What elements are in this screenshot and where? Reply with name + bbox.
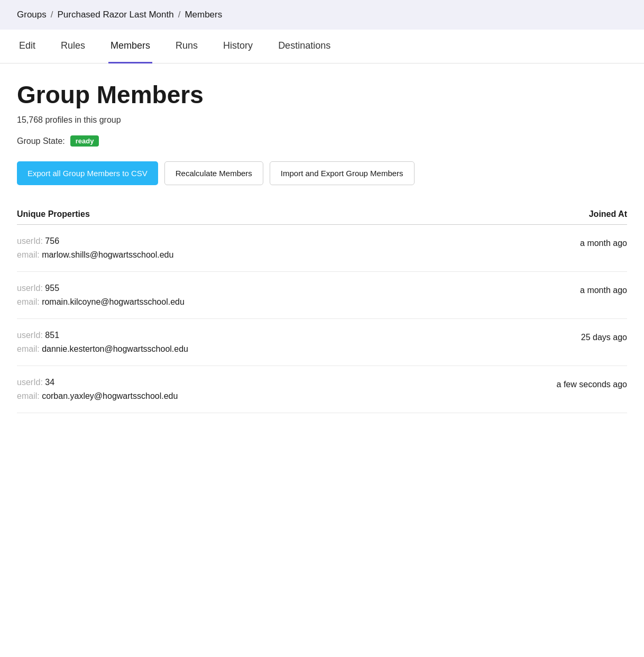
breadcrumb-groups[interactable]: Groups bbox=[17, 10, 47, 20]
member-email-line: email: marlow.shills@hogwartsschool.edu bbox=[17, 250, 173, 260]
group-state-row: Group State: ready bbox=[17, 135, 627, 147]
recalculate-button[interactable]: Recalculate Members bbox=[164, 161, 263, 185]
table-row: userId: 756 email: marlow.shills@hogwart… bbox=[17, 225, 627, 272]
state-badge: ready bbox=[70, 135, 99, 147]
email-label: email: bbox=[17, 391, 42, 400]
tab-members[interactable]: Members bbox=[108, 30, 152, 63]
member-userid-line: userId: 955 bbox=[17, 284, 185, 293]
col-unique-properties: Unique Properties bbox=[17, 209, 90, 219]
page-title: Group Members bbox=[17, 80, 627, 109]
email-label: email: bbox=[17, 297, 42, 306]
joined-at-value: 25 days ago bbox=[521, 331, 627, 342]
tab-destinations[interactable]: Destinations bbox=[276, 30, 333, 63]
col-joined-at: Joined At bbox=[521, 209, 627, 219]
userid-label: userId: bbox=[17, 236, 45, 245]
email-value: romain.kilcoyne@hogwartsschool.edu bbox=[42, 297, 185, 306]
tab-edit[interactable]: Edit bbox=[17, 30, 38, 63]
userid-value: 34 bbox=[45, 378, 54, 387]
action-buttons: Export all Group Members to CSV Recalcul… bbox=[17, 161, 627, 185]
breadcrumb-sep-2: / bbox=[178, 10, 181, 20]
userid-label: userId: bbox=[17, 331, 45, 340]
userid-value: 955 bbox=[45, 284, 59, 293]
table-header: Unique Properties Joined At bbox=[17, 204, 627, 225]
profile-count: 15,768 profiles in this group bbox=[17, 115, 627, 125]
group-state-label: Group State: bbox=[17, 136, 65, 146]
tab-nav: Edit Rules Members Runs History Destinat… bbox=[0, 30, 644, 63]
email-value: marlow.shills@hogwartsschool.edu bbox=[42, 250, 173, 259]
members-list: userId: 756 email: marlow.shills@hogwart… bbox=[17, 225, 627, 413]
userid-label: userId: bbox=[17, 284, 45, 293]
email-label: email: bbox=[17, 250, 42, 259]
breadcrumb-members[interactable]: Members bbox=[185, 10, 222, 20]
email-label: email: bbox=[17, 344, 42, 353]
member-email-line: email: romain.kilcoyne@hogwartsschool.ed… bbox=[17, 297, 185, 307]
breadcrumb-sep-1: / bbox=[51, 10, 53, 20]
joined-at-value: a few seconds ago bbox=[521, 378, 627, 389]
member-userid-line: userId: 851 bbox=[17, 331, 188, 340]
export-csv-button[interactable]: Export all Group Members to CSV bbox=[17, 161, 158, 185]
member-email-line: email: dannie.kesterton@hogwartsschool.e… bbox=[17, 344, 188, 354]
email-value: corban.yaxley@hogwartsschool.edu bbox=[42, 391, 178, 400]
member-properties: userId: 34 email: corban.yaxley@hogwarts… bbox=[17, 378, 178, 401]
joined-at-value: a month ago bbox=[521, 236, 627, 248]
tab-history[interactable]: History bbox=[221, 30, 255, 63]
member-properties: userId: 851 email: dannie.kesterton@hogw… bbox=[17, 331, 188, 354]
table-row: userId: 955 email: romain.kilcoyne@hogwa… bbox=[17, 272, 627, 319]
userid-value: 756 bbox=[45, 236, 59, 245]
member-properties: userId: 756 email: marlow.shills@hogwart… bbox=[17, 236, 173, 260]
userid-label: userId: bbox=[17, 378, 45, 387]
email-value: dannie.kesterton@hogwartsschool.edu bbox=[42, 344, 188, 353]
userid-value: 851 bbox=[45, 331, 59, 340]
table-row: userId: 34 email: corban.yaxley@hogwarts… bbox=[17, 366, 627, 413]
breadcrumb-group-name[interactable]: Purchased Razor Last Month bbox=[57, 10, 173, 20]
main-content: Group Members 15,768 profiles in this gr… bbox=[0, 63, 644, 430]
joined-at-value: a month ago bbox=[521, 284, 627, 295]
member-email-line: email: corban.yaxley@hogwartsschool.edu bbox=[17, 391, 178, 401]
breadcrumb: Groups / Purchased Razor Last Month / Me… bbox=[0, 0, 644, 30]
import-export-button[interactable]: Import and Export Group Members bbox=[270, 161, 415, 185]
tab-runs[interactable]: Runs bbox=[173, 30, 200, 63]
table-row: userId: 851 email: dannie.kesterton@hogw… bbox=[17, 319, 627, 366]
member-properties: userId: 955 email: romain.kilcoyne@hogwa… bbox=[17, 284, 185, 307]
member-userid-line: userId: 34 bbox=[17, 378, 178, 387]
member-userid-line: userId: 756 bbox=[17, 236, 173, 246]
tab-rules[interactable]: Rules bbox=[59, 30, 87, 63]
